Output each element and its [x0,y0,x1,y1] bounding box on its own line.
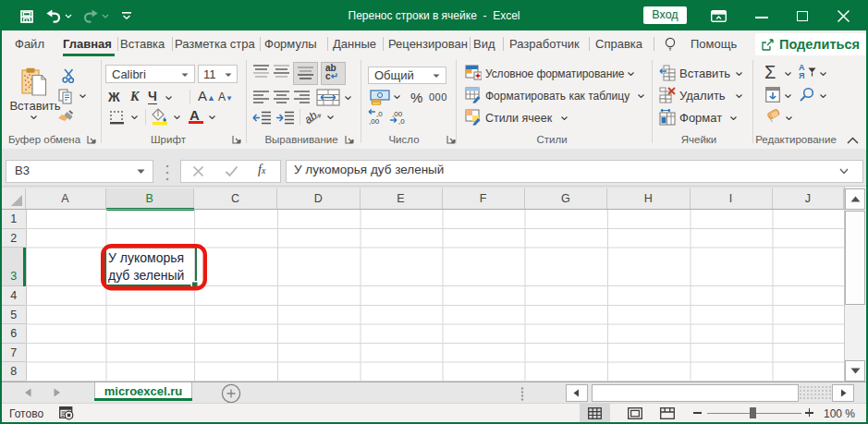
svg-text:,0: ,0 [398,117,405,126]
svg-text:,00: ,00 [369,117,380,126]
